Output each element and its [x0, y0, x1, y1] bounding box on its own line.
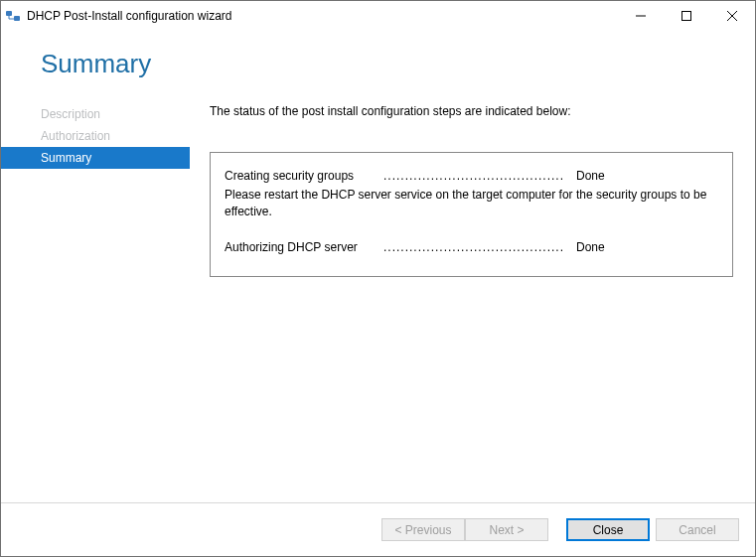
status-row: Authorizing DHCP server ................…: [225, 240, 718, 254]
window-controls: [618, 1, 755, 31]
sidebar-item-label: Description: [41, 107, 100, 121]
svg-rect-0: [6, 11, 12, 16]
restart-note: Please restart the DHCP server service o…: [225, 187, 718, 220]
app-icon: [5, 8, 21, 24]
sidebar-item-label: Summary: [41, 151, 91, 165]
status-label: Authorizing DHCP server: [225, 240, 383, 254]
svg-rect-3: [682, 12, 691, 21]
sidebar-item-summary[interactable]: Summary: [1, 147, 190, 169]
close-button[interactable]: [709, 1, 755, 31]
previous-button: < Previous: [381, 518, 465, 541]
status-label: Creating security groups: [225, 169, 383, 183]
intro-text: The status of the post install configura…: [210, 103, 733, 118]
footer: < Previous Next > Close Cancel: [1, 502, 755, 556]
window-title: DHCP Post-Install configuration wizard: [27, 9, 232, 23]
minimize-button[interactable]: [618, 1, 664, 31]
status-box: Creating security groups ...............…: [210, 152, 733, 277]
maximize-button[interactable]: [664, 1, 709, 31]
status-dots: ........................................…: [383, 240, 564, 254]
close-wizard-button[interactable]: Close: [566, 518, 650, 541]
next-button: Next >: [465, 518, 548, 541]
sidebar-item-authorization[interactable]: Authorization: [1, 125, 190, 147]
wizard-window: DHCP Post-Install configuration wizard S…: [0, 0, 756, 557]
status-value: Done: [576, 240, 605, 254]
titlebar: DHCP Post-Install configuration wizard: [1, 1, 755, 31]
status-row: Creating security groups ...............…: [225, 169, 718, 183]
content-area: Description Authorization Summary The st…: [1, 103, 755, 502]
cancel-button: Cancel: [656, 518, 739, 541]
sidebar: Description Authorization Summary: [1, 103, 190, 502]
sidebar-item-description[interactable]: Description: [1, 103, 190, 125]
svg-rect-1: [14, 16, 20, 21]
main-panel: The status of the post install configura…: [190, 103, 755, 502]
status-dots: ........................................…: [383, 169, 564, 183]
sidebar-item-label: Authorization: [41, 129, 110, 143]
status-value: Done: [576, 169, 605, 183]
page-title: Summary: [1, 31, 755, 103]
